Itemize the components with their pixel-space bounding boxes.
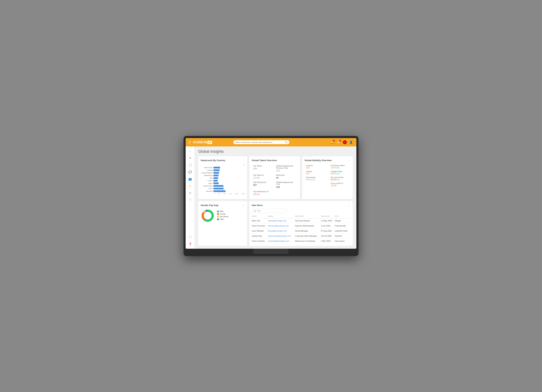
- notification-badge: 4: [333, 139, 335, 142]
- headcount-title: Headcount By Country: [201, 159, 225, 162]
- bar-label: United Kingdom: [201, 172, 212, 174]
- mobility-item: College Hires 15835.3%: [329, 170, 350, 176]
- logo: HUBBUBHR: [193, 141, 212, 144]
- new-hires-card: New Hires ⋮ 🔍 Filter NAMEEMAILPOSITIONJO…: [249, 201, 353, 246]
- talent-grid: Top Talent 284 Global Assignments Previo…: [252, 164, 298, 197]
- talent-item-value: 352: [276, 169, 296, 172]
- top-cards: Headcount By Country ⋮ ☰ South Korea Can…: [198, 156, 353, 199]
- talent-item-label: Global Assignments YTD: [276, 181, 296, 185]
- notification-button[interactable]: 🔔 4: [330, 140, 335, 145]
- gender-pay-title: Gender Pay Gap: [201, 204, 218, 207]
- talent-item: Top Performers % 30.5%: [252, 190, 275, 197]
- donut-container: Male Female Non-Binary Other: [201, 209, 245, 223]
- bar-label: Netherlands: [201, 175, 212, 176]
- filter-label: Filter: [257, 210, 261, 212]
- sidebar-dashboard-icon[interactable]: ■: [187, 155, 193, 161]
- flag-icon[interactable]: 🍁: [342, 140, 347, 145]
- new-hires-header: New Hires ⋮: [252, 204, 350, 207]
- bar: [213, 177, 218, 179]
- cell-city: Otsego: [335, 218, 350, 223]
- mobility-label: College Hires: [331, 170, 349, 173]
- cell-city: Hanoverton: [335, 238, 350, 244]
- mobility-item: Contractor Hires 17940.0%: [329, 164, 350, 170]
- talent-title: Global Talent Overview: [252, 159, 277, 162]
- sidebar-help-icon[interactable]: ❓: [187, 241, 193, 247]
- bar-container: [213, 169, 245, 171]
- talent-item: Top Performers 697: [252, 180, 275, 190]
- mobility-number: 13.4%: [331, 184, 337, 187]
- talent-item: Top Talent % 12.4%: [252, 173, 275, 180]
- sidebar-puzzle-icon[interactable]: ⚙: [187, 190, 193, 196]
- bar: [213, 182, 219, 184]
- filter-bar[interactable]: 🔍 Filter: [252, 209, 287, 213]
- headcount-menu-icon[interactable]: ⋮: [242, 159, 245, 162]
- mobility-card: Global Mobility Overview ⋮ Leavers 424 J…: [302, 156, 353, 199]
- talent-item-value: 66: [276, 176, 296, 179]
- mobility-pct: 21.1%: [310, 179, 315, 181]
- bar-container: [213, 180, 245, 182]
- talent-item-label: Top Talent %: [253, 174, 273, 176]
- bar: [213, 175, 218, 176]
- bar-container: [213, 177, 245, 179]
- talent-card-header: Global Talent Overview ⋮: [252, 159, 298, 162]
- gender-pay-menu-icon[interactable]: ⋮: [242, 204, 245, 207]
- sidebar-home-icon[interactable]: ⌂: [187, 148, 193, 154]
- cell-join-date: 19 Feb 2020: [321, 233, 335, 238]
- axis-label: 900: [229, 193, 232, 195]
- bar-container: [213, 185, 245, 187]
- sidebar-chat-icon[interactable]: 💬: [187, 169, 193, 175]
- mail-button[interactable]: ✉ 4: [336, 140, 341, 145]
- headcount-card-header: Headcount By Country ⋮: [201, 159, 245, 162]
- headcount-list-icon: ☰: [201, 164, 245, 166]
- table-row: Jacob Thornton thornton@wxample.com Syst…: [252, 223, 350, 228]
- bar: [213, 172, 219, 174]
- cell-position: Hiring Manager: [295, 228, 321, 233]
- sidebar-users-icon[interactable]: 👥: [187, 176, 193, 182]
- search-icon: 🔍: [285, 141, 288, 143]
- bar-label: South Korea: [201, 167, 212, 169]
- hamburger-icon[interactable]: ☰: [188, 141, 191, 144]
- bar-row: Canada: [201, 169, 245, 171]
- legend-label: Male: [220, 210, 224, 212]
- bar-row: Italy: [201, 177, 245, 179]
- talent-item-value: 284: [253, 167, 273, 170]
- axis-label: 300: [218, 193, 220, 195]
- cell-city: Seaforth: [335, 233, 350, 238]
- mobility-label: Contractor Hires: [331, 164, 349, 167]
- table-row: Peter Horadnia horadnia@wxample.com Ware…: [252, 238, 350, 244]
- sidebar-analytics-icon[interactable]: ✎: [187, 183, 193, 189]
- table-header-cell: JOIN DATE: [321, 215, 335, 218]
- table-header-cell: NAME: [252, 215, 268, 218]
- cell-city: Leadville North: [335, 228, 350, 233]
- talent-card: Global Talent Overview ⋮ Top Talent 284 …: [249, 156, 300, 199]
- bar-label: United States: [201, 185, 212, 187]
- search-input[interactable]: [235, 141, 284, 143]
- new-hires-table: NAMEEMAILPOSITIONJOIN DATECITY Mark Otto…: [252, 215, 350, 244]
- legend-color: [217, 211, 219, 212]
- mobility-label: Joiners: [306, 170, 324, 173]
- chart-axis: 030060090012001500: [201, 193, 245, 195]
- talent-item-label: Top Performers %: [253, 191, 273, 193]
- bar-row: Japan: [201, 182, 245, 184]
- user-profile-button[interactable]: 👤: [349, 140, 354, 145]
- sidebar-shield-icon[interactable]: 🛡: [187, 197, 193, 203]
- talent-item: Reduction 66: [275, 173, 298, 180]
- new-hires-title: New Hires: [252, 204, 263, 207]
- bar: [213, 167, 220, 169]
- sidebar-message-icon[interactable]: 🗨: [187, 234, 193, 240]
- mobility-number: 371: [306, 178, 309, 181]
- mobility-item: Av Cost of Hire $6196.20: [329, 176, 350, 182]
- bar-label: Germany: [201, 190, 212, 192]
- cell-position: Warehouse Coordinator: [295, 238, 321, 244]
- talent-menu-icon[interactable]: ⋮: [295, 159, 298, 162]
- talent-item-value: 286: [276, 186, 296, 188]
- mobility-label: Cost of Hire %: [331, 182, 349, 184]
- bar-label: France: [201, 180, 212, 182]
- bar-chart: South Korea Canada United Kingdom Nether…: [201, 167, 245, 192]
- mobility-value: 447: [306, 173, 324, 175]
- sidebar-reports-icon[interactable]: 📄: [187, 162, 193, 168]
- mobility-menu-icon[interactable]: ⋮: [348, 159, 350, 162]
- new-hires-menu-icon[interactable]: ⋮: [348, 204, 350, 207]
- search-bar[interactable]: 🔍: [233, 140, 289, 144]
- table-container: NAMEEMAILPOSITIONJOIN DATECITY Mark Otto…: [252, 215, 350, 244]
